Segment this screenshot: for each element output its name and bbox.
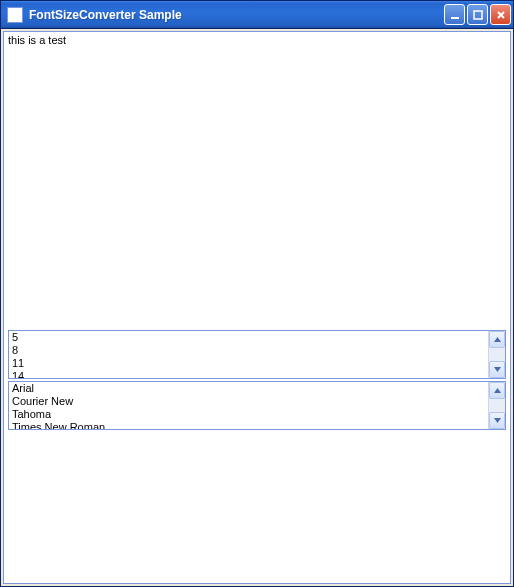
app-icon (7, 7, 23, 23)
close-button[interactable] (490, 4, 511, 25)
client-area: this is a test 5 8 11 14 Arial Co (3, 31, 511, 584)
list-item[interactable]: Tahoma (9, 408, 488, 421)
scrollbar[interactable] (488, 382, 505, 429)
sample-text: this is a test (8, 34, 66, 46)
svg-rect-0 (451, 17, 459, 19)
list-item[interactable]: 14 (9, 370, 488, 378)
scroll-down-button[interactable] (489, 361, 505, 378)
app-window: FontSizeConverter Sample this is a test … (0, 0, 514, 587)
window-controls (444, 4, 511, 25)
svg-marker-4 (494, 337, 501, 342)
list-item[interactable]: Courier New (9, 395, 488, 408)
scroll-up-button[interactable] (489, 331, 505, 348)
scroll-up-button[interactable] (489, 382, 505, 399)
font-family-items: Arial Courier New Tahoma Times New Roman (9, 382, 488, 429)
minimize-button[interactable] (444, 4, 465, 25)
list-item[interactable]: 5 (9, 331, 488, 344)
font-size-listbox[interactable]: 5 8 11 14 (8, 330, 506, 379)
svg-marker-7 (494, 418, 501, 423)
scroll-track[interactable] (489, 348, 505, 361)
maximize-button[interactable] (467, 4, 488, 25)
scrollbar[interactable] (488, 331, 505, 378)
font-size-items: 5 8 11 14 (9, 331, 488, 378)
svg-rect-1 (474, 11, 482, 19)
list-item[interactable]: Times New Roman (9, 421, 488, 429)
svg-marker-5 (494, 367, 501, 372)
font-family-listbox[interactable]: Arial Courier New Tahoma Times New Roman (8, 381, 506, 430)
window-title: FontSizeConverter Sample (29, 8, 444, 22)
titlebar[interactable]: FontSizeConverter Sample (1, 1, 513, 29)
scroll-down-button[interactable] (489, 412, 505, 429)
list-item[interactable]: 11 (9, 357, 488, 370)
list-item[interactable]: 8 (9, 344, 488, 357)
list-item[interactable]: Arial (9, 382, 488, 395)
scroll-track[interactable] (489, 399, 505, 412)
svg-marker-6 (494, 388, 501, 393)
